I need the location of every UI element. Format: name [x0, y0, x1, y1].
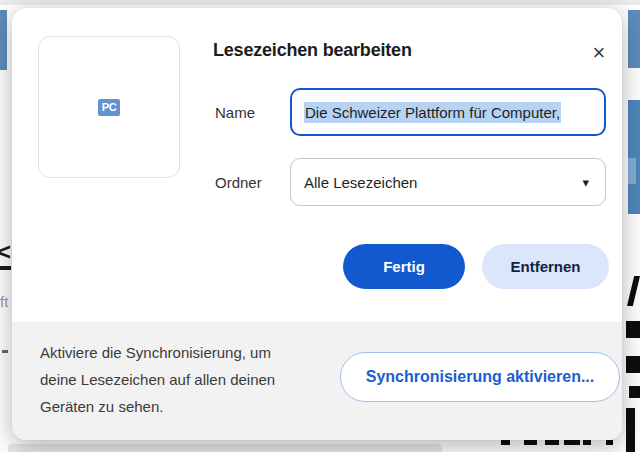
background-headline-fragment	[606, 440, 613, 445]
name-input-selected-text: Die Schweizer Plattform für Computer,	[304, 102, 561, 123]
background-text-fragment: ft	[0, 293, 8, 310]
name-label: Name	[215, 104, 255, 121]
background-headline-fragment	[629, 386, 640, 398]
background-headline-fragment	[626, 408, 635, 452]
background-headline-fragment	[583, 440, 591, 445]
close-icon[interactable]: ×	[584, 38, 614, 68]
background-image-fragment	[628, 158, 636, 184]
background-text-fragment: <	[0, 238, 11, 266]
background-headline-fragment	[564, 440, 580, 445]
sync-promo-message: Aktiviere die Synchronisierung, um deine…	[40, 339, 275, 420]
name-input[interactable]: Die Schweizer Plattform für Computer,	[290, 88, 606, 136]
edit-bookmark-dialog: PC Lesezeichen bearbeiten × Name Die Sch…	[12, 8, 622, 440]
enable-sync-button[interactable]: Synchronisierung aktivieren...	[340, 352, 620, 402]
background-blue-band-left	[0, 10, 7, 70]
done-button[interactable]: Fertig	[343, 244, 465, 289]
folder-select-value: Alle Lesezeichen	[304, 174, 417, 191]
background-dash-fragment	[2, 350, 8, 353]
dialog-title: Lesezeichen bearbeiten	[213, 40, 412, 61]
screen: < ft PC Lesezeichen bearbeiten × Name Di…	[0, 0, 640, 452]
background-headline-fragment	[501, 440, 510, 445]
background-headline-fragment	[627, 276, 640, 306]
background-headline-fragment	[524, 440, 537, 445]
remove-button[interactable]: Entfernen	[482, 244, 609, 289]
background-line-fragment	[0, 266, 11, 270]
background-headline-fragment	[626, 321, 640, 338]
folder-label: Ordner	[215, 174, 262, 191]
sync-promo-footer: Aktiviere die Synchronisierung, um deine…	[12, 322, 622, 440]
sync-message-line: Geräten zu sehen.	[40, 393, 275, 420]
background-page-strip	[8, 444, 442, 452]
bookmark-preview-card: PC	[38, 36, 180, 178]
sync-message-line: Aktiviere die Synchronisierung, um	[40, 339, 275, 366]
background-headline-fragment	[545, 440, 559, 445]
background-page-strip	[0, 0, 640, 5]
background-headline-fragment	[626, 356, 640, 373]
sync-message-line: deine Lesezeichen auf allen deinen	[40, 366, 275, 393]
chevron-down-icon: ▾	[582, 176, 589, 189]
folder-select[interactable]: Alle Lesezeichen ▾	[290, 158, 606, 206]
background-blue-band-right	[628, 100, 640, 214]
site-favicon: PC	[98, 99, 120, 116]
background-blue-band-right-top	[628, 10, 640, 68]
